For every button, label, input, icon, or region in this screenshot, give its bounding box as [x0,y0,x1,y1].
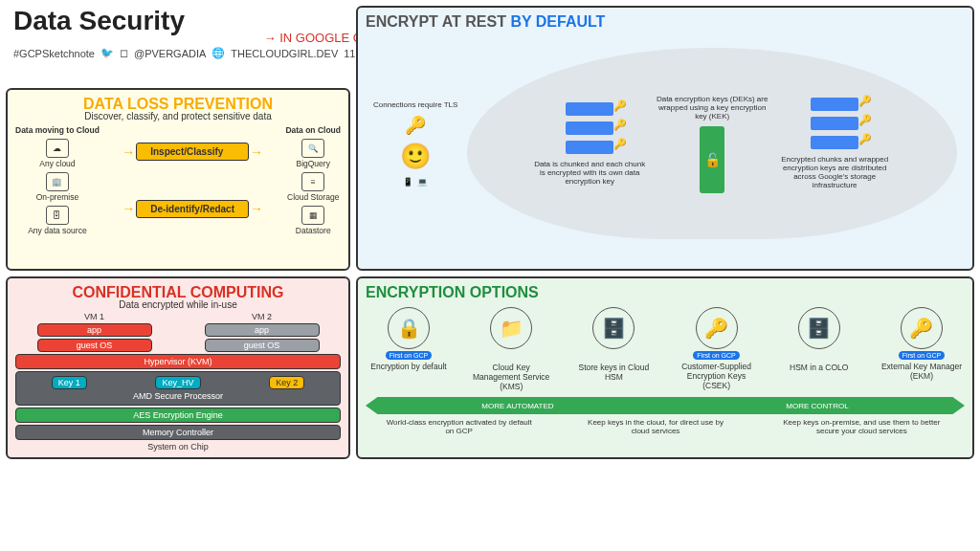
cloud-diagram: Data is chunked and each chunk is encryp… [467,48,957,239]
vm1-app: app [37,323,152,337]
folder-icon: 📁 [490,307,532,349]
tls-label: Connections require TLS [373,100,457,109]
opt-csek: 🔑First on GCPCustomer-Supplied Encryptio… [674,307,760,391]
options-title: ENCRYPTION OPTIONS [366,284,965,301]
conf-sub: Data encrypted while in-use [15,299,341,310]
bigquery-icon: 🔍 [301,139,324,158]
chunk-label: Data is chunked and each chunk is encryp… [532,160,647,186]
badge: First on GCP [693,351,739,360]
dlp-left-0: Any cloud [39,159,75,168]
phone-icon: 📱 [403,177,413,187]
rest-title: ENCRYPT AT REST BY DEFAULT [366,13,965,31]
header: Data Security → IN GOOGLE CLOUD #GCPSket… [6,6,350,82]
datastore-icon: ▦ [301,206,324,225]
chunk [566,102,613,116]
opt-default: 🔒First on GCPEncryption by default [366,307,452,391]
site: THECLOUDGIRL.DEV [231,48,338,59]
handle: @PVERGADIA [134,48,206,59]
spectrum-arrow: MORE AUTOMATED MORE CONTROL [366,397,965,414]
key2: Key 2 [269,376,304,389]
rest-panel: ENCRYPT AT REST BY DEFAULT Connections r… [356,6,974,271]
rest-title-b: BY DEFAULT [510,13,605,30]
secure-processor: Key 1 Key_HV Key 2 AMD Secure Processor [15,371,341,406]
redact-pill: De-identify/Redact [136,200,249,218]
vm2-app: app [205,323,320,337]
dlp-right-header: Data on Cloud [285,125,341,135]
amd-label: AMD Secure Processor [20,391,336,401]
key1: Key 1 [52,376,87,389]
desc-1: Keep keys in the cloud, for direct use b… [579,418,732,435]
building-icon: 🏢 [46,172,69,191]
dlp-right-2: Datastore [296,226,331,235]
vm1: VM 1 app guest OS [37,312,152,352]
opt-hsm: 🗄️Store keys in Cloud HSM [570,307,657,391]
options-row: 🔒First on GCPEncryption by default 📁Clou… [366,307,965,391]
badge: First on GCP [899,351,945,360]
arrow-right-label: MORE CONTROL [786,402,848,410]
opt-colo: 🗄️HSM in a COLO [776,307,862,391]
chunk-dist [811,117,858,130]
twitter-icon: 🐦 [100,47,114,59]
desc-2: Keep keys on-premise, and use them to be… [775,418,947,435]
aes-bar: AES Encryption Engine [15,408,341,423]
dlp-sub: Discover, classify, and protect sensitiv… [15,111,341,121]
rest-title-a: ENCRYPT AT REST [366,13,510,30]
key-icon: 🔑 [696,307,738,349]
confidential-panel: CONFIDENTIAL COMPUTING Data encrypted wh… [6,276,350,459]
key-hv: Key_HV [155,376,200,389]
lock-icon: 🔒 [388,307,430,349]
hsm-icon: 🗄️ [592,307,635,349]
page-subtitle: → IN GOOGLE CLOUD [13,31,396,45]
opt-label: Store keys in Cloud HSM [570,363,657,382]
badge: First on GCP [386,351,432,360]
vm2: VM 2 app guest OS [205,312,320,352]
soc-label: System on Chip [15,442,341,452]
opt-kms: 📁Cloud Key Management Service (KMS) [468,307,554,391]
inspect-pill: Inspect/Classify [136,143,249,161]
tls-block: Connections require TLS 🔑 🙂 📱 💻 [373,100,457,187]
opt-label: Customer-Supplied Encryption Keys (CSEK) [674,362,760,390]
vm2-guest: guest OS [205,339,320,352]
chunk-dist [811,136,858,149]
dlp-actions: Inspect/Classify De-identify/Redact [136,125,249,235]
vm1-guest: guest OS [37,339,152,352]
dlp-left-header: Data moving to Cloud [15,125,100,135]
chunk-dist [811,98,858,111]
dlp-left-2: Any data source [28,226,86,235]
dist-label: Encrypted chunks and wrapped encryption … [777,155,892,189]
hypervisor-bar: Hypervisor (KVM) [15,354,341,369]
dlp-right-col: Data on Cloud 🔍BigQuery ≡Cloud Storage ▦… [285,125,341,235]
mem-bar: Memory Controller [15,425,341,440]
dlp-right-0: BigQuery [296,159,329,168]
ekm-icon: 🔑 [901,307,943,349]
laptop-icon: 💻 [417,177,428,187]
dlp-left-col: Data moving to Cloud ☁Any cloud 🏢On-prem… [15,125,100,235]
chunk [566,121,613,135]
globe-icon: 🌐 [212,47,225,59]
tagline: #GCPSketchnote 🐦 ◻ @PVERGADIA 🌐 THECLOUD… [13,47,396,59]
key-icon: 🔑 [405,115,426,136]
dek-label: Data encryption keys (DEKs) are wrapped … [655,95,769,121]
database-icon: 🗄 [46,206,69,225]
vm2-label: VM 2 [205,312,320,321]
cloud-icon: ☁ [46,139,69,158]
chunk [566,141,613,154]
opt-label: Cloud Key Management Service (KMS) [468,363,554,391]
opt-ekm: 🔑First on GCPExternal Key Manager (EKM) [879,307,965,391]
dlp-left-1: On-premise [36,192,78,202]
opt-label: Encryption by default [370,362,446,371]
dlp-right-1: Cloud Storage [287,192,339,202]
options-desc: World-class encryption activated by defa… [366,418,965,435]
vm1-label: VM 1 [37,312,152,321]
stick-figure-icon: 🙂 [400,142,431,171]
kek-box [700,126,724,193]
hsm-colo-icon: 🗄️ [798,307,840,349]
opt-label: External Key Manager (EKM) [879,362,965,381]
arrow-left-label: MORE AUTOMATED [481,402,553,410]
instagram-icon: ◻ [120,47,128,59]
opt-label: HSM in a COLO [790,363,848,372]
dlp-panel: DATA LOSS PREVENTION Discover, classify,… [6,88,350,271]
hashtag: #GCPSketchnote [13,48,95,59]
desc-0: World-class encryption activated by defa… [383,418,536,435]
options-panel: ENCRYPTION OPTIONS 🔒First on GCPEncrypti… [356,276,974,459]
